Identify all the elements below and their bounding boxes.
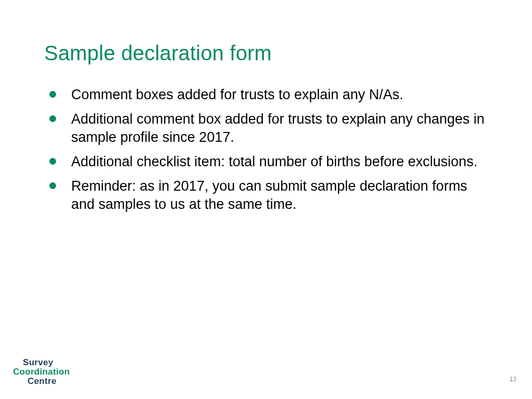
slide-footer: Survey Coordination Centre 13 — [13, 358, 516, 386]
slide-title: Sample declaration form — [44, 42, 488, 65]
bullet-item: Additional checklist item: total number … — [49, 153, 488, 171]
bullet-item: Additional comment box added for trusts … — [49, 110, 488, 147]
logo-line-2: Coordination — [13, 367, 70, 377]
bullet-item: Reminder: as in 2017, you can submit sam… — [49, 177, 488, 214]
slide-container: Sample declaration form Comment boxes ad… — [0, 0, 532, 399]
bullet-list: Comment boxes added for trusts to explai… — [44, 86, 488, 214]
logo: Survey Coordination Centre — [13, 358, 70, 386]
logo-line-1: Survey — [23, 358, 70, 367]
logo-line-3: Centre — [28, 377, 70, 386]
bullet-item: Comment boxes added for trusts to explai… — [49, 86, 488, 104]
page-number: 13 — [510, 376, 516, 383]
